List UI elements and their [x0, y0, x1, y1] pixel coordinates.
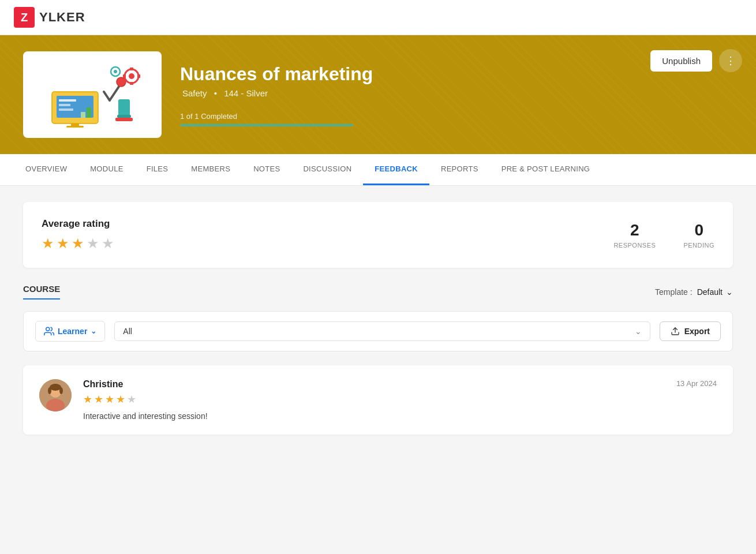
tab-feedback[interactable]: FEEDBACK	[363, 154, 429, 185]
review-item: Christine 13 Apr 2024 ★ ★ ★ ★ ★ Interact…	[23, 365, 733, 435]
svg-line-10	[104, 92, 110, 100]
rating-left: Average rating ★ ★ ★ ★ ★	[42, 218, 114, 252]
star-3: ★	[72, 235, 84, 252]
review-stars: ★ ★ ★ ★ ★	[83, 393, 717, 406]
avatar-illustration	[39, 379, 72, 411]
review-star-1: ★	[83, 393, 92, 406]
all-filter-dropdown[interactable]: All ⌄	[114, 321, 650, 341]
svg-rect-5	[81, 112, 85, 118]
svg-rect-17	[137, 74, 140, 78]
svg-point-23	[46, 327, 50, 331]
top-bar: Z YLKER	[0, 0, 756, 35]
svg-rect-16	[123, 74, 126, 78]
star-1: ★	[42, 235, 54, 252]
responses-label: RESPONSES	[613, 242, 656, 249]
review-star-4: ★	[116, 393, 125, 406]
svg-rect-8	[66, 126, 84, 128]
hero-progress-bar	[180, 124, 353, 126]
export-button[interactable]: Export	[660, 321, 721, 341]
average-rating-label: Average rating	[42, 218, 114, 230]
tab-discussion[interactable]: DISCUSSION	[291, 154, 363, 185]
main-content: Average rating ★ ★ ★ ★ ★ 2 RESPONSES 0 P…	[0, 186, 756, 451]
learner-chevron-icon: ⌄	[91, 327, 96, 335]
tab-files[interactable]: FILES	[135, 154, 180, 185]
average-stars: ★ ★ ★ ★ ★	[42, 235, 114, 252]
course-thumbnail	[23, 51, 162, 138]
review-body: Christine 13 Apr 2024 ★ ★ ★ ★ ★ Interact…	[83, 379, 717, 421]
tab-pre-post[interactable]: PRE & POST LEARNING	[490, 154, 602, 185]
svg-rect-2	[59, 99, 76, 102]
tabs-bar: OVERVIEW MODULE FILES MEMBERS NOTES DISC…	[0, 154, 756, 186]
svg-point-28	[48, 387, 51, 394]
hero-info: Nuances of marketing Safety • 144 - Silv…	[180, 63, 733, 126]
chevron-down-icon: ⌄	[726, 287, 733, 297]
hero-progress-label: 1 of 1 Completed	[180, 112, 733, 121]
export-label: Export	[684, 327, 710, 336]
unpublish-button[interactable]: Unpublish	[650, 50, 712, 72]
hero-category: Safety	[182, 88, 207, 98]
thumbnail-illustration	[40, 60, 144, 129]
review-comment: Interactive and interesting session!	[83, 411, 717, 421]
tab-reports[interactable]: REPORTS	[429, 154, 490, 185]
svg-rect-3	[59, 104, 70, 106]
svg-point-29	[59, 387, 63, 394]
review-star-2: ★	[94, 393, 103, 406]
responses-stat: 2 RESPONSES	[613, 221, 656, 249]
svg-rect-14	[130, 68, 133, 70]
course-section-title: COURSE	[23, 284, 60, 300]
reviewer-name: Christine	[83, 379, 123, 390]
template-dropdown[interactable]: Default ⌄	[697, 287, 733, 297]
dropdown-chevron-icon: ⌄	[635, 327, 642, 336]
review-star-3: ★	[105, 393, 114, 406]
template-label: Template :	[655, 287, 693, 297]
hero-progress-fill	[180, 124, 353, 126]
filter-bar: Learner ⌄ All ⌄ Export	[23, 311, 733, 351]
svg-point-19	[114, 70, 117, 73]
svg-point-27	[50, 384, 61, 391]
svg-rect-21	[117, 115, 131, 118]
logo-brand: YLKER	[39, 10, 85, 25]
svg-rect-22	[115, 118, 133, 121]
tab-module[interactable]: MODULE	[78, 154, 134, 185]
star-5: ★	[102, 235, 114, 252]
svg-rect-15	[130, 82, 133, 85]
more-options-button[interactable]: ⋮	[719, 49, 742, 72]
hero-meta: Safety • 144 - Silver	[180, 88, 733, 98]
template-area: Template : Default ⌄	[655, 287, 733, 297]
review-star-5: ★	[127, 393, 136, 406]
svg-rect-4	[59, 108, 73, 111]
all-filter-value: All	[123, 327, 132, 336]
tab-overview[interactable]: OVERVIEW	[14, 154, 78, 185]
tab-members[interactable]: MEMBERS	[179, 154, 242, 185]
star-4: ★	[87, 235, 99, 252]
star-2: ★	[57, 235, 69, 252]
tab-notes[interactable]: NOTES	[242, 154, 291, 185]
pending-label: PENDING	[683, 242, 714, 249]
svg-point-13	[129, 73, 134, 79]
svg-rect-20	[118, 99, 130, 117]
svg-rect-6	[87, 107, 91, 118]
rating-right: 2 RESPONSES 0 PENDING	[613, 221, 714, 249]
logo-area: Z YLKER	[14, 7, 85, 28]
learner-icon	[44, 326, 54, 336]
course-section-header: COURSE Template : Default ⌄	[23, 284, 733, 300]
learner-filter-button[interactable]: Learner ⌄	[35, 321, 105, 342]
responses-count: 2	[613, 221, 656, 239]
pending-count: 0	[683, 221, 714, 239]
hero-banner: Nuances of marketing Safety • 144 - Silv…	[0, 35, 756, 154]
review-date: 13 Apr 2024	[676, 379, 717, 393]
logo-z-icon: Z	[14, 7, 35, 28]
hero-actions: Unpublish ⋮	[650, 49, 742, 72]
template-value: Default	[697, 287, 723, 297]
reviewer-avatar	[39, 379, 72, 411]
hero-code: 144 - Silver	[224, 88, 268, 98]
learner-filter-label: Learner	[58, 327, 87, 336]
review-header: Christine 13 Apr 2024	[83, 379, 717, 393]
export-icon	[671, 327, 680, 336]
rating-card: Average rating ★ ★ ★ ★ ★ 2 RESPONSES 0 P…	[23, 202, 733, 268]
pending-stat: 0 PENDING	[683, 221, 714, 249]
